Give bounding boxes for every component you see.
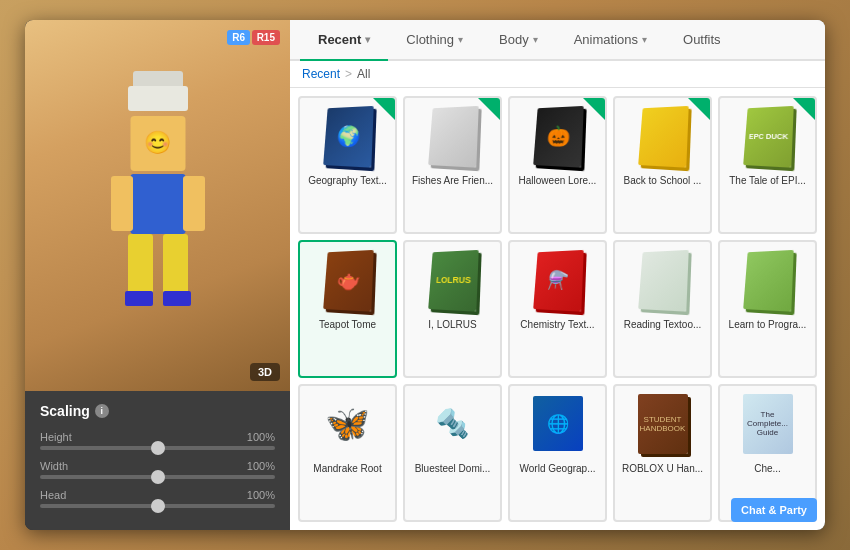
list-item[interactable]: Back to School ... [613,96,712,234]
head-thumb[interactable] [151,499,165,513]
main-container: R6 R15 3D Scaling i Height [25,20,825,530]
list-item[interactable]: 🦋 Mandrake Root [298,384,397,522]
chat-party-button[interactable]: Chat & Party [731,498,817,522]
item-image: STUDENT HANDBOOK [615,386,710,461]
r15-badge[interactable]: R15 [252,30,280,45]
right-wrapper: Recent ▾ Clothing ▾ Body ▾ Animations ▾ … [290,20,825,530]
item-label: Halloween Lore... [510,173,605,187]
book-lolrus-icon: LOLRUS [428,249,479,311]
avatar-area: R6 R15 3D [25,20,290,391]
chevron-animations-icon: ▾ [642,34,647,45]
chevron-recent-icon: ▾ [365,34,370,45]
list-item[interactable]: LOLRUS I, LOLRUS [403,240,502,378]
book-epic-icon: EPC DUCK [743,105,794,167]
item-image: EPC DUCK [720,98,815,173]
item-image [510,242,605,317]
scaling-title: Scaling i [40,403,275,419]
list-item[interactable]: Teapot Tome [298,240,397,378]
char-left-arm [111,176,133,231]
new-badge [793,98,815,120]
list-item[interactable]: Geography Text... [298,96,397,234]
items-grid: Geography Text... Fishes Are Frien... Ha… [290,88,825,530]
head-slider-row: Head 100% [40,489,275,508]
list-item[interactable]: EPC DUCK The Tale of EPI... [718,96,817,234]
item-image [300,98,395,173]
list-item[interactable]: Reading Textoo... [613,240,712,378]
char-head [130,116,185,171]
item-label: Geography Text... [300,173,395,187]
char-right-foot [163,291,191,306]
bluesteel-icon: 🔩 [435,407,470,440]
item-label: Che... [720,461,815,475]
rg-badge[interactable]: R6 [227,30,250,45]
item-image [720,242,815,317]
item-image: The Complete...Guide [720,386,815,461]
item-image: 🌐 [510,386,605,461]
item-image: LOLRUS [405,242,500,317]
char-torso [130,174,185,234]
item-label: Fishes Are Frien... [405,173,500,187]
breadcrumb-current: All [357,67,370,81]
item-label: I, LOLRUS [405,317,500,331]
item-image [300,242,395,317]
scaling-section: Scaling i Height 100% Width 100% [25,391,290,530]
list-item[interactable]: Chemistry Text... [508,240,607,378]
char-right-arm [183,176,205,231]
info-icon[interactable]: i [95,404,109,418]
right-panel: Recent ▾ Clothing ▾ Body ▾ Animations ▾ … [290,20,825,530]
tab-clothing[interactable]: Clothing ▾ [388,20,481,61]
width-track [40,475,275,479]
item-label: Learn to Progra... [720,317,815,331]
roblox-handbook-icon: STUDENT HANDBOOK [638,394,688,454]
new-badge [373,98,395,120]
item-image: 🔩 [405,386,500,461]
list-item[interactable]: 🌐 World Geograp... [508,384,607,522]
new-badge [478,98,500,120]
item-label: ROBLOX U Han... [615,461,710,475]
tab-body[interactable]: Body ▾ [481,20,556,61]
height-slider-row: Height 100% [40,431,275,450]
book-fish-icon [428,105,479,167]
list-item[interactable]: Fishes Are Frien... [403,96,502,234]
breadcrumb: Recent > All [290,61,825,88]
item-label: Chemistry Text... [510,317,605,331]
width-slider-row: Width 100% [40,460,275,479]
view-3d-badge[interactable]: 3D [250,363,280,381]
book-teapot-icon [323,249,374,311]
item-image [405,98,500,173]
che-icon: The Complete...Guide [743,394,793,454]
item-label: World Geograp... [510,461,605,475]
list-item[interactable]: STUDENT HANDBOOK ROBLOX U Han... [613,384,712,522]
char-left-leg [128,234,153,294]
item-label: Mandrake Root [300,461,395,475]
book-geo-icon [323,105,374,167]
item-label: Back to School ... [615,173,710,187]
book-chem-icon [533,249,584,311]
new-badge [688,98,710,120]
char-left-foot [125,291,153,306]
left-panel: R6 R15 3D Scaling i Height [25,20,290,530]
breadcrumb-parent[interactable]: Recent [302,67,340,81]
height-thumb[interactable] [151,441,165,455]
item-label: Reading Textoo... [615,317,710,331]
book-halloween-icon [533,105,584,167]
tabs-bar: Recent ▾ Clothing ▾ Body ▾ Animations ▾ … [290,20,825,61]
new-badge [583,98,605,120]
worldgeo-icon: 🌐 [533,396,583,451]
head-track [40,504,275,508]
item-label: The Tale of EPI... [720,173,815,187]
item-label: Teapot Tome [300,317,395,331]
tab-outfits[interactable]: Outfits [665,20,739,61]
tab-animations[interactable]: Animations ▾ [556,20,665,61]
list-item[interactable]: Learn to Progra... [718,240,817,378]
list-item[interactable]: Halloween Lore... [508,96,607,234]
char-hat [128,86,188,111]
list-item[interactable]: 🔩 Bluesteel Domi... [403,384,502,522]
tab-recent[interactable]: Recent ▾ [300,20,388,61]
chevron-body-icon: ▾ [533,34,538,45]
mandrake-icon: 🦋 [325,406,370,442]
width-thumb[interactable] [151,470,165,484]
book-school-icon [638,105,689,167]
book-reading-icon [638,249,689,311]
item-image [510,98,605,173]
